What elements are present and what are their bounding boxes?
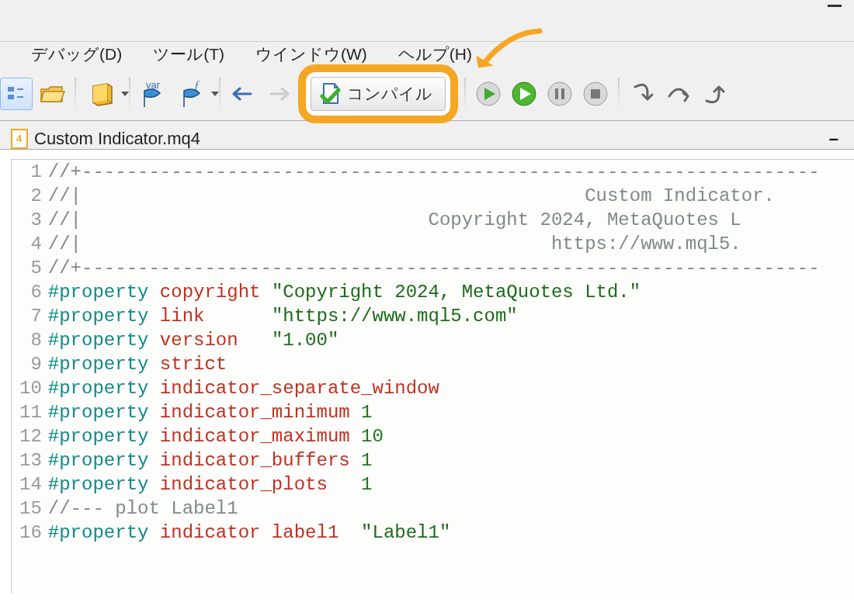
line-number: 4	[12, 232, 48, 256]
compile-icon	[319, 82, 341, 106]
book-button[interactable]	[82, 78, 123, 110]
line-number: 9	[12, 352, 48, 376]
line-number: 1	[12, 160, 48, 184]
svg-rect-14	[591, 89, 600, 99]
compile-button[interactable]: コンパイル	[311, 77, 446, 111]
separator	[618, 78, 620, 110]
separator	[464, 78, 466, 110]
code-line[interactable]: #property indicator_buffers 1	[48, 448, 854, 472]
titlebar	[0, 0, 854, 42]
code-line[interactable]: //+-------------------------------------…	[48, 256, 854, 280]
minimize-button[interactable]	[828, 5, 842, 7]
code-body[interactable]: 1//+------------------------------------…	[12, 160, 854, 545]
dropdown-caret-icon	[211, 92, 219, 96]
line-number: 3	[12, 208, 48, 232]
mq4-file-icon	[11, 129, 28, 149]
separator	[75, 78, 76, 110]
code-line[interactable]: //| https://www.mql5.	[48, 232, 854, 256]
line-number: 15	[12, 497, 48, 521]
code-line[interactable]: #property indicator_separate_window	[48, 376, 854, 400]
open-folder-button[interactable]	[36, 78, 68, 110]
compile-label: コンパイル	[347, 83, 432, 105]
toolbar: var f コンパイル	[0, 70, 854, 121]
line-number: 2	[12, 184, 48, 208]
debug-start-button[interactable]	[472, 78, 505, 110]
code-line[interactable]: #property version "1.00"	[48, 328, 854, 352]
svg-point-10	[548, 82, 571, 106]
code-editor[interactable]: 1//+------------------------------------…	[11, 159, 854, 594]
forward-button[interactable]	[262, 78, 295, 110]
code-line[interactable]: #property copyright "Copyright 2024, Met…	[48, 280, 854, 304]
code-line[interactable]: //| Custom Indicator.	[48, 184, 854, 208]
code-line[interactable]: //--- plot Label1	[48, 497, 854, 521]
line-number: 5	[12, 256, 48, 280]
tab-minimize-icon[interactable]: –	[829, 129, 838, 149]
dropdown-caret-icon	[121, 92, 129, 96]
line-number: 12	[12, 424, 48, 448]
line-number: 8	[12, 328, 48, 352]
code-line[interactable]: #property strict	[48, 352, 854, 376]
compile-highlight: コンパイル	[298, 64, 458, 123]
tab-filename[interactable]: Custom Indicator.mq4	[34, 129, 200, 149]
back-button[interactable]	[227, 78, 259, 110]
menu-help[interactable]: ヘルプ(H)	[398, 43, 472, 65]
code-line[interactable]: //+-------------------------------------…	[48, 160, 854, 184]
tabstrip: Custom Indicator.mq4 –	[0, 121, 854, 150]
code-line[interactable]: #property indicator_minimum 1	[48, 400, 854, 424]
line-number: 10	[12, 376, 48, 400]
code-line[interactable]: #property indicator_maximum 10	[48, 424, 854, 448]
tree-view-button[interactable]	[0, 78, 33, 110]
line-number: 16	[12, 521, 48, 545]
code-line[interactable]: #property indicator_plots 1	[48, 472, 854, 497]
pause-button[interactable]	[543, 78, 576, 110]
code-line[interactable]: #property link "https://www.mql5.com"	[48, 304, 854, 328]
var-flag-button[interactable]: var	[137, 78, 169, 110]
menu-window[interactable]: ウインドウ(W)	[255, 43, 367, 65]
step-out-button[interactable]	[697, 78, 730, 110]
code-line[interactable]: //| Copyright 2024, MetaQuotes L	[48, 208, 854, 232]
function-flag-button[interactable]: f	[172, 78, 213, 110]
svg-rect-12	[561, 88, 564, 99]
line-number: 6	[12, 280, 48, 304]
line-number: 13	[12, 448, 48, 472]
stop-button[interactable]	[579, 78, 612, 110]
code-line[interactable]: #property indicator label1 "Label1"	[48, 521, 854, 545]
play-button[interactable]	[508, 78, 540, 110]
step-over-button[interactable]	[661, 78, 694, 110]
line-number: 14	[12, 472, 48, 497]
svg-rect-0	[8, 87, 14, 92]
menu-tools[interactable]: ツール(T)	[153, 43, 224, 65]
separator	[129, 78, 130, 110]
svg-rect-11	[555, 88, 558, 99]
step-into-button[interactable]	[626, 78, 658, 110]
svg-rect-1	[8, 95, 14, 99]
line-number: 7	[12, 304, 48, 328]
menu-debug[interactable]: デバッグ(D)	[31, 43, 122, 65]
line-number: 11	[12, 400, 48, 424]
separator	[219, 78, 220, 110]
